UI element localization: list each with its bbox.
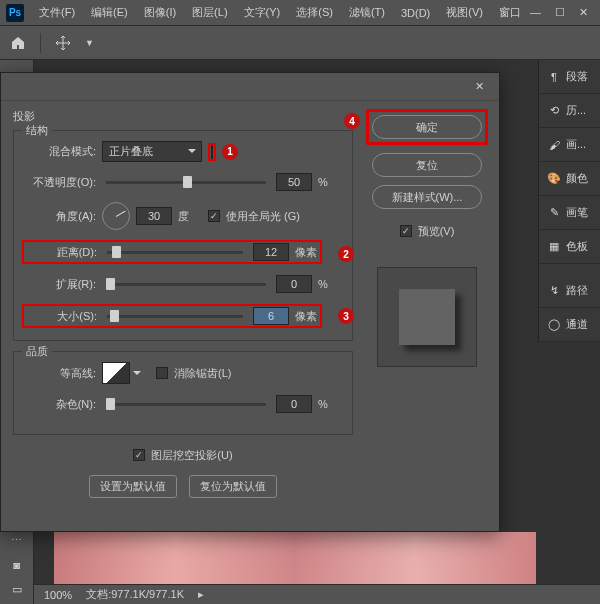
noise-unit: %: [318, 398, 342, 410]
contour-picker[interactable]: [102, 362, 130, 384]
reset-default-button[interactable]: 复位为默认值: [189, 475, 277, 498]
angle-input[interactable]: [136, 207, 172, 225]
menu-select[interactable]: 选择(S): [289, 1, 340, 24]
swatches-icon: ▦: [547, 240, 561, 254]
structure-group: 结构 混合模式: 正片叠底 1 不透明度(O): % 角度(A):: [13, 130, 353, 341]
angle-label: 角度(A):: [24, 209, 96, 224]
distance-slider[interactable]: [107, 251, 243, 254]
global-light-label: 使用全局光 (G): [226, 209, 300, 224]
blend-mode-label: 混合模式:: [24, 144, 96, 159]
panel-label: 画...: [566, 137, 586, 152]
panel-label: 路径: [566, 283, 588, 298]
menu-image[interactable]: 图像(I): [137, 1, 183, 24]
size-label: 大小(S):: [25, 309, 97, 324]
distance-unit: 像素: [295, 245, 319, 260]
angle-dial[interactable]: [102, 202, 130, 230]
set-default-button[interactable]: 设置为默认值: [89, 475, 177, 498]
app-logo: Ps: [6, 4, 24, 22]
panel-label: 色板: [566, 239, 588, 254]
quality-group: 品质 等高线: 消除锯齿(L) 杂色(N): %: [13, 351, 353, 435]
antialias-checkbox[interactable]: [156, 367, 168, 379]
blend-mode-value: 正片叠底: [109, 145, 153, 157]
move-tool-icon[interactable]: [55, 35, 71, 51]
panel-brushpreset[interactable]: 🖌画...: [539, 131, 600, 158]
size-slider[interactable]: [107, 315, 243, 318]
noise-input[interactable]: [276, 395, 312, 413]
close-icon[interactable]: ✕: [579, 6, 588, 19]
screenmode-icon[interactable]: ▭: [12, 583, 22, 596]
dialog-titlebar: ✕: [1, 73, 499, 101]
options-bar: ▼: [0, 26, 600, 60]
preview-checkbox[interactable]: [400, 225, 412, 237]
home-icon[interactable]: [10, 35, 26, 51]
chevron-down-icon[interactable]: ▼: [85, 38, 94, 48]
menu-3d[interactable]: 3D(D): [394, 3, 437, 23]
menu-view[interactable]: 视图(V): [439, 1, 490, 24]
history-icon: ⟲: [547, 104, 561, 118]
distance-input[interactable]: [253, 243, 289, 261]
preview-swatch: [399, 289, 455, 345]
opacity-unit: %: [318, 176, 342, 188]
highlight-4: 确定: [366, 109, 488, 145]
effect-preview: [377, 267, 477, 367]
panel-color[interactable]: 🎨颜色: [539, 165, 600, 192]
menu-bar: Ps 文件(F) 编辑(E) 图像(I) 图层(L) 文字(Y) 选择(S) 滤…: [0, 0, 600, 26]
knockout-checkbox[interactable]: [133, 449, 145, 461]
spread-label: 扩展(R):: [24, 277, 96, 292]
menu-file[interactable]: 文件(F): [32, 1, 82, 24]
annotation-marker-3: 3: [338, 308, 354, 324]
opacity-slider[interactable]: [106, 181, 266, 184]
noise-slider[interactable]: [106, 403, 266, 406]
brushes-icon: ✎: [547, 206, 561, 220]
global-light-checkbox[interactable]: [208, 210, 220, 222]
brush-icon: 🖌: [547, 138, 561, 152]
panel-label: 通道: [566, 317, 588, 332]
menu-layer[interactable]: 图层(L): [185, 1, 234, 24]
right-panel-dock: ¶段落 ⟲历... 🖌画... 🎨颜色 ✎画笔 ▦色板 ↯路径 ◯通道: [538, 60, 600, 342]
panel-paths[interactable]: ↯路径: [539, 277, 600, 304]
maximize-icon[interactable]: ☐: [555, 6, 565, 19]
ok-button[interactable]: 确定: [372, 115, 482, 139]
reset-button[interactable]: 复位: [372, 153, 482, 177]
zoom-level[interactable]: 100%: [44, 589, 72, 601]
status-bar: 100% 文档:977.1K/977.1K ▸: [34, 584, 600, 604]
window-controls: — ☐ ✕: [530, 6, 594, 19]
chevron-right-icon[interactable]: ▸: [198, 588, 204, 601]
menu-edit[interactable]: 编辑(E): [84, 1, 135, 24]
doc-info: 文档:977.1K/977.1K: [86, 587, 184, 602]
panel-channels[interactable]: ◯通道: [539, 311, 600, 338]
dialog-close-icon[interactable]: ✕: [475, 80, 489, 94]
annotation-marker-4: 4: [344, 113, 360, 129]
panel-paragraph[interactable]: ¶段落: [539, 63, 600, 90]
panel-swatches[interactable]: ▦色板: [539, 233, 600, 260]
size-input[interactable]: [253, 307, 289, 325]
panel-label: 颜色: [566, 171, 588, 186]
spread-slider[interactable]: [106, 283, 266, 286]
blend-mode-select[interactable]: 正片叠底: [102, 141, 202, 162]
layer-style-dialog: ✕ 投影 结构 混合模式: 正片叠底 1 不透明度(O): %: [0, 72, 500, 532]
menu-filter[interactable]: 滤镜(T): [342, 1, 392, 24]
annotation-marker-1: 1: [222, 144, 238, 160]
edit-toolbar-icon[interactable]: ⋯: [11, 534, 22, 547]
panel-label: 历...: [566, 103, 586, 118]
quickmask-icon[interactable]: ◙: [13, 559, 20, 571]
annotation-marker-2: 2: [338, 246, 354, 262]
menu-type[interactable]: 文字(Y): [237, 1, 288, 24]
shadow-color-swatch[interactable]: [211, 145, 213, 159]
paragraph-icon: ¶: [547, 70, 561, 84]
panel-label: 段落: [566, 69, 588, 84]
paths-icon: ↯: [547, 284, 561, 298]
spread-input[interactable]: [276, 275, 312, 293]
panel-history[interactable]: ⟲历...: [539, 97, 600, 124]
new-style-button[interactable]: 新建样式(W)...: [372, 185, 482, 209]
quality-legend: 品质: [22, 344, 52, 359]
knockout-label: 图层挖空投影(U): [151, 448, 232, 463]
opacity-input[interactable]: [276, 173, 312, 191]
separator: [40, 33, 41, 53]
noise-label: 杂色(N):: [24, 397, 96, 412]
contour-label: 等高线:: [24, 366, 96, 381]
panel-brush[interactable]: ✎画笔: [539, 199, 600, 226]
menu-window[interactable]: 窗口: [492, 1, 528, 24]
opacity-label: 不透明度(O):: [24, 175, 96, 190]
minimize-icon[interactable]: —: [530, 6, 541, 19]
